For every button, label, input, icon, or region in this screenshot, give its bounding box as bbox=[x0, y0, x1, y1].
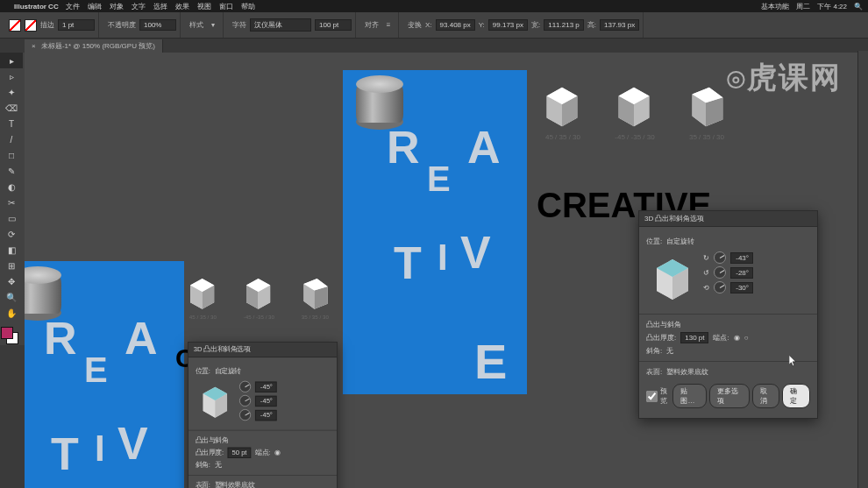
letter-E[interactable]: E bbox=[427, 159, 451, 199]
dialog-title[interactable]: 3D 凸出和斜角选项 bbox=[639, 211, 817, 227]
fill-swatch[interactable] bbox=[9, 19, 21, 32]
rect-tool[interactable]: □ bbox=[0, 147, 23, 163]
eyedropper-tool[interactable]: ✥ bbox=[0, 273, 23, 289]
stroke-swatch[interactable] bbox=[25, 19, 37, 32]
lasso-tool[interactable]: ⌫ bbox=[0, 100, 23, 116]
preset-dropdown-small[interactable]: 自定旋转 bbox=[215, 367, 257, 376]
cube-label-1: 45 / 35 / 30 bbox=[537, 133, 589, 141]
dialog-title-small[interactable]: 3D 凸出和斜角选项 bbox=[189, 343, 337, 357]
tab-close-icon[interactable]: × bbox=[32, 42, 36, 50]
letter-V[interactable]: V bbox=[460, 226, 491, 279]
right-dock[interactable] bbox=[857, 51, 868, 488]
surface-label: 表面: bbox=[646, 367, 662, 377]
bevel-dropdown[interactable]: 无 bbox=[666, 346, 673, 356]
type-tool[interactable]: T bbox=[0, 116, 23, 131]
free-transform-tool[interactable]: ⊞ bbox=[0, 258, 23, 273]
menu-object[interactable]: 对象 bbox=[110, 2, 124, 11]
letter-E[interactable]: E bbox=[84, 350, 108, 390]
cap-on-icon[interactable]: ◉ bbox=[734, 334, 740, 342]
menu-help[interactable]: 帮助 bbox=[241, 2, 255, 11]
stroke-weight[interactable]: 1 pt bbox=[58, 19, 95, 31]
rot-y-dial[interactable] bbox=[714, 266, 726, 279]
selection-tool[interactable]: ▸ bbox=[0, 53, 23, 68]
dialog-3d-extrude-small[interactable]: 3D 凸出和斜角选项 位置:自定旋转 -45° -45° -45° 凸出与斜角 … bbox=[188, 342, 338, 488]
letter-E[interactable]: E bbox=[474, 333, 507, 390]
preview-cube-small[interactable] bbox=[196, 382, 236, 422]
letter-T[interactable]: T bbox=[51, 428, 79, 480]
h-label: 高: bbox=[587, 20, 596, 30]
menu-effect[interactable]: 效果 bbox=[175, 2, 189, 11]
surface-dropdown[interactable]: 塑料效果底纹 bbox=[666, 367, 736, 377]
tool-column: ▸ ▹ ✦ ⌫ T / □ ✎ ◐ ✂ ▭ ⟳ ◧ ⊞ ✥ 🔍 ✋ bbox=[0, 53, 25, 345]
fg-color[interactable] bbox=[1, 327, 13, 339]
letter-I[interactable]: I bbox=[438, 237, 448, 279]
letter-T[interactable]: T bbox=[394, 237, 422, 289]
cube-label-2: -45 / -35 / 30 bbox=[608, 133, 661, 141]
w-label: 宽: bbox=[531, 20, 540, 30]
rot-z-dial[interactable] bbox=[714, 281, 726, 294]
extrude-label: 凸出厚度: bbox=[646, 333, 676, 343]
cursor-icon bbox=[789, 355, 798, 367]
canvas[interactable]: REATIVE REATIVE 45 / 35 / 30 -45 / -35 /… bbox=[25, 53, 857, 488]
dialog-3d-extrude[interactable]: 3D 凸出和斜角选项 位置:自定旋转 ↻-43° ↺-28° ⟲-30° 凸出与… bbox=[638, 210, 818, 419]
menu-select[interactable]: 选择 bbox=[153, 2, 167, 11]
letter-A[interactable]: A bbox=[467, 121, 501, 173]
preset-dropdown[interactable]: 自定旋转 bbox=[666, 237, 719, 246]
y-label: Y: bbox=[479, 21, 485, 29]
stroke-label: 描边 bbox=[40, 20, 54, 30]
menu-file[interactable]: 文件 bbox=[66, 2, 80, 11]
reference-cubes: 45 / 35 / 30 -45 / -35 / 30 35 / 35 / 30 bbox=[537, 81, 731, 131]
preview-cube[interactable] bbox=[646, 252, 699, 305]
rotate-tool[interactable]: ▭ bbox=[0, 210, 23, 226]
menu-type[interactable]: 文字 bbox=[132, 2, 146, 11]
y-field[interactable]: 99.173 px bbox=[488, 19, 528, 31]
cancel-button[interactable]: 取消 bbox=[752, 384, 780, 408]
document-tabs: × 未标题-1* @ 150% (RGB/GPU 预览) bbox=[0, 39, 868, 53]
zoom-tool[interactable]: 🔍 bbox=[0, 289, 23, 305]
rot-y-field[interactable]: -28° bbox=[730, 267, 753, 279]
hand-tool[interactable]: ✋ bbox=[0, 305, 23, 321]
shaper-tool[interactable]: ◐ bbox=[0, 179, 23, 194]
line-tool[interactable]: / bbox=[0, 131, 23, 147]
map-art-button[interactable]: 贴图… bbox=[672, 384, 707, 408]
direct-select-tool[interactable]: ▹ bbox=[0, 68, 23, 84]
clock-day: 周二 bbox=[796, 2, 810, 11]
align-left-icon[interactable]: ≡ bbox=[382, 19, 395, 32]
h-field[interactable]: 137.93 px bbox=[600, 19, 639, 31]
font-size-field[interactable]: 100 pt bbox=[315, 19, 352, 31]
letter-A[interactable]: A bbox=[125, 312, 158, 364]
tab-title: 未标题-1* @ 150% (RGB/GPU 预览) bbox=[41, 42, 155, 50]
magic-wand-tool[interactable]: ✦ bbox=[0, 84, 23, 100]
watermark-text: 虎课网 bbox=[747, 60, 842, 94]
extrude-field[interactable]: 130 pt bbox=[680, 332, 708, 343]
x-field[interactable]: 93.408 px bbox=[436, 19, 475, 31]
menu-edit[interactable]: 编辑 bbox=[88, 2, 102, 11]
document-tab[interactable]: × 未标题-1* @ 150% (RGB/GPU 预览) bbox=[25, 39, 163, 53]
more-options-button[interactable]: 更多选项 bbox=[709, 384, 749, 408]
rot-z-field[interactable]: -30° bbox=[730, 282, 753, 294]
width-tool[interactable]: ◧ bbox=[0, 242, 23, 258]
axis-z-icon: ⟲ bbox=[703, 284, 709, 292]
letter-V[interactable]: V bbox=[117, 417, 148, 470]
ok-button[interactable]: 确定 bbox=[782, 384, 810, 408]
workspace-indicator[interactable]: 基本功能 bbox=[761, 2, 789, 11]
menu-window[interactable]: 窗口 bbox=[219, 2, 233, 11]
rot-x-field[interactable]: -43° bbox=[730, 252, 753, 264]
scale-tool[interactable]: ⟳ bbox=[0, 226, 23, 242]
cylinder-3d-object[interactable] bbox=[356, 75, 403, 130]
opacity-field[interactable]: 100% bbox=[139, 19, 176, 31]
style-icon[interactable]: ▾ bbox=[207, 19, 219, 32]
section-label: 凸出与斜角 bbox=[646, 320, 681, 329]
rot-x-dial[interactable] bbox=[714, 251, 726, 264]
menu-view[interactable]: 视图 bbox=[197, 2, 211, 11]
search-icon[interactable]: 🔍 bbox=[854, 3, 863, 11]
preview-checkbox[interactable]: 预览 bbox=[646, 386, 670, 406]
brush-tool[interactable]: ✎ bbox=[0, 163, 23, 179]
scissors-tool[interactable]: ✂ bbox=[0, 194, 23, 210]
app-name[interactable]: Illustrator CC bbox=[14, 3, 59, 11]
color-swatch[interactable] bbox=[0, 326, 19, 345]
w-field[interactable]: 111.213 p bbox=[544, 19, 584, 31]
cap-off-icon[interactable]: ○ bbox=[744, 334, 749, 342]
letter-I[interactable]: I bbox=[95, 428, 105, 470]
font-field[interactable]: 汉仪黑体 bbox=[250, 18, 311, 32]
